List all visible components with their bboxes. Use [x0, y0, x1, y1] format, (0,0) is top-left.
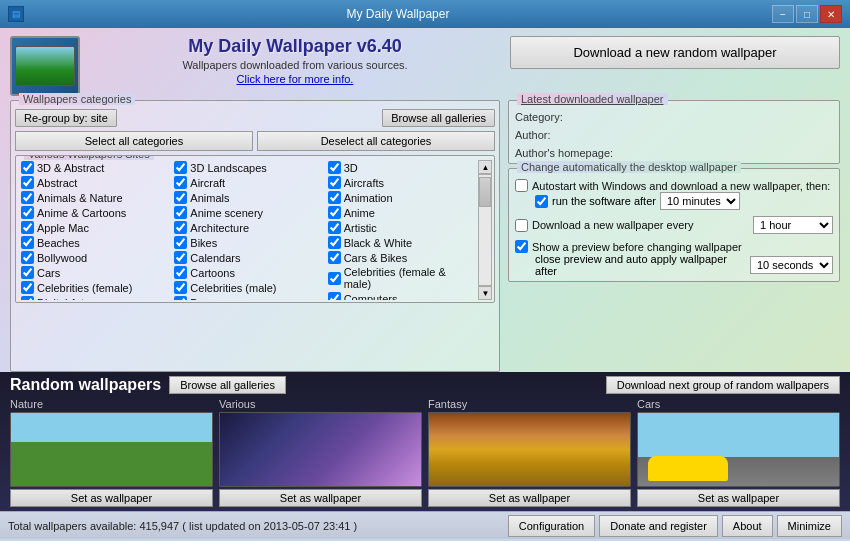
list-item: Dreamy	[171, 295, 324, 300]
nature-category: Nature	[10, 398, 213, 410]
checkbox-item[interactable]	[174, 191, 187, 204]
checkbox-item[interactable]	[21, 206, 34, 219]
select-all-btn[interactable]: Select all categories	[15, 131, 253, 151]
checkbox-item[interactable]	[328, 292, 341, 300]
minimize-status-btn[interactable]: Minimize	[777, 515, 842, 537]
checkbox-item[interactable]	[328, 161, 341, 174]
checkbox-item[interactable]	[21, 236, 34, 249]
checkbox-item[interactable]	[21, 176, 34, 189]
checkbox-item[interactable]	[328, 191, 341, 204]
checkbox-item[interactable]	[21, 191, 34, 204]
download-next-btn[interactable]: Download next group of random wallpapers	[606, 376, 840, 394]
list-item: Anime	[325, 205, 478, 220]
list-item: Celebrities (female)	[18, 280, 171, 295]
checkbox-item[interactable]	[21, 221, 34, 234]
wallpapers-browse-btn[interactable]: Browse all galleries	[169, 376, 286, 394]
latest-category-row: Category:	[515, 111, 833, 123]
checkbox-item[interactable]	[21, 251, 34, 264]
checkbox-item[interactable]	[328, 176, 341, 189]
close-btn[interactable]: ✕	[820, 5, 842, 23]
nature-set-btn[interactable]: Set as wallpaper	[10, 489, 213, 507]
col1: 3D & AbstractAbstractAnimals & NatureAni…	[18, 160, 171, 300]
scroll-track[interactable]	[478, 174, 492, 286]
scroll-up[interactable]: ▲	[478, 160, 492, 174]
checkbox-item[interactable]	[328, 206, 341, 219]
checkbox-item[interactable]	[174, 296, 187, 300]
list-item: Anime & Cartoons	[18, 205, 171, 220]
run-software-row: run the software after 10 minutes 5 minu…	[535, 192, 833, 210]
app-title: My Daily Wallpaper v6.40	[90, 36, 500, 57]
download-every-select[interactable]: 1 hour 30 minutes 2 hours 6 hours 12 hou…	[753, 216, 833, 234]
checkbox-item[interactable]	[174, 161, 187, 174]
checkbox-item[interactable]	[174, 206, 187, 219]
run-software-checkbox[interactable]	[535, 195, 548, 208]
list-item: Architecture	[171, 220, 324, 235]
list-item: Bollywood	[18, 250, 171, 265]
checkbox-item[interactable]	[21, 161, 34, 174]
main-window: My Daily Wallpaper v6.40 Wallpapers down…	[0, 28, 850, 511]
content-area: Wallpapers categories Re-group by: site …	[0, 100, 850, 372]
list-item: Calendars	[171, 250, 324, 265]
minimize-btn[interactable]: −	[772, 5, 794, 23]
title-bar: ▤ My Daily Wallpaper − □ ✕	[0, 0, 850, 28]
list-item: Cars	[18, 265, 171, 280]
browse-galleries-btn[interactable]: Browse all galleries	[382, 109, 495, 127]
close-preview-label: close preview and auto apply wallpaper a…	[535, 253, 746, 277]
categories-panel: Wallpapers categories Re-group by: site …	[10, 100, 500, 372]
scroll-thumb[interactable]	[479, 177, 491, 207]
fantasy-image	[429, 413, 630, 486]
checkbox-item[interactable]	[21, 281, 34, 294]
download-random-btn[interactable]: Download a new random wallpaper	[510, 36, 840, 69]
window-controls: − □ ✕	[772, 5, 842, 23]
list-item: Apple Mac	[18, 220, 171, 235]
wallpaper-various: Various Set as wallpaper	[219, 398, 422, 507]
latest-legend[interactable]: Latest downloaded wallpaper	[517, 93, 668, 105]
run-software-select[interactable]: 10 minutes 5 minutes 15 minutes 30 minut…	[660, 192, 740, 210]
preview-row: Show a preview before changing wallpaper	[515, 240, 833, 253]
list-item: Black & White	[325, 235, 478, 250]
checkbox-item[interactable]	[174, 251, 187, 264]
list-item: Abstract	[18, 175, 171, 190]
cars-set-btn[interactable]: Set as wallpaper	[637, 489, 840, 507]
fantasy-set-btn[interactable]: Set as wallpaper	[428, 489, 631, 507]
checkbox-item[interactable]	[21, 266, 34, 279]
checkbox-item[interactable]	[174, 176, 187, 189]
about-btn[interactable]: About	[722, 515, 773, 537]
regroup-btn[interactable]: Re-group by: site	[15, 109, 117, 127]
download-every-checkbox[interactable]	[515, 219, 528, 232]
checkbox-item[interactable]	[174, 266, 187, 279]
download-every-row: Download a new wallpaper every 1 hour 30…	[515, 216, 833, 234]
auto-legend: Change automatically the desktop wallpap…	[517, 161, 741, 173]
deselect-all-btn[interactable]: Deselect all categories	[257, 131, 495, 151]
wallpapers-section: Random wallpapers Browse all galleries D…	[0, 372, 850, 511]
preview-checkbox[interactable]	[515, 240, 528, 253]
wallpapers-title: Random wallpapers	[10, 376, 161, 394]
scrollbar[interactable]: ▲ ▼	[478, 160, 492, 300]
app-logo-image	[15, 46, 75, 86]
status-bar: Total wallpapers available: 415,947 ( li…	[0, 511, 850, 539]
maximize-btn[interactable]: □	[796, 5, 818, 23]
run-software-label: run the software after	[552, 195, 656, 207]
autostart-checkbox[interactable]	[515, 179, 528, 192]
sites-scroll: 3D & AbstractAbstractAnimals & NatureAni…	[18, 160, 492, 300]
checkbox-item[interactable]	[328, 272, 341, 285]
checkbox-item[interactable]	[174, 236, 187, 249]
various-set-btn[interactable]: Set as wallpaper	[219, 489, 422, 507]
checkbox-item[interactable]	[328, 236, 341, 249]
scroll-down[interactable]: ▼	[478, 286, 492, 300]
checkbox-item[interactable]	[328, 251, 341, 264]
checkbox-item[interactable]	[174, 221, 187, 234]
nature-thumb	[10, 412, 213, 487]
latest-homepage-row: Author's homepage:	[515, 147, 833, 159]
status-text: Total wallpapers available: 415,947 ( li…	[8, 520, 504, 532]
list-item: Aircraft	[171, 175, 324, 190]
latest-section: Latest downloaded wallpaper Category: Au…	[508, 100, 840, 164]
more-info-link[interactable]: Click here for more info.	[237, 73, 354, 85]
autostart-label: Autostart with Windows and download a ne…	[532, 180, 833, 192]
checkbox-item[interactable]	[328, 221, 341, 234]
checkbox-item[interactable]	[174, 281, 187, 294]
checkbox-item[interactable]	[21, 296, 34, 300]
config-btn[interactable]: Configuration	[508, 515, 595, 537]
donate-btn[interactable]: Donate and register	[599, 515, 718, 537]
close-preview-select[interactable]: 10 seconds 5 seconds 15 seconds 30 secon…	[750, 256, 833, 274]
